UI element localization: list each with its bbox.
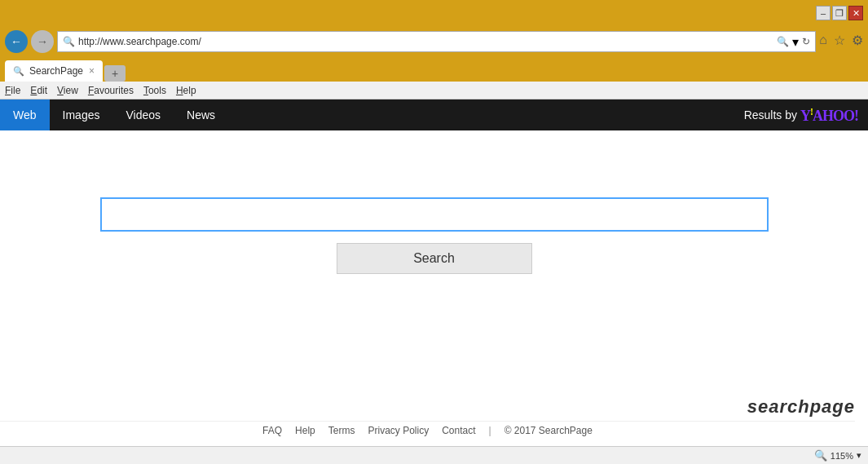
- title-bar: – ❐ ✕: [0, 0, 868, 26]
- footer-faq[interactable]: FAQ: [262, 425, 282, 436]
- tab-favicon: 🔍: [13, 66, 24, 77]
- footer-privacy[interactable]: Privacy Policy: [368, 425, 429, 436]
- address-bar-area: ← → 🔍 http://www.searchpage.com/ 🔍 ▾ ↻ ⌂…: [0, 26, 868, 57]
- menu-help[interactable]: Help: [176, 85, 196, 96]
- tab-bar: 🔍 SearchPage × +: [0, 57, 868, 82]
- address-box[interactable]: 🔍 http://www.searchpage.com/ 🔍 ▾ ↻: [57, 31, 816, 52]
- results-by-label: Results by: [744, 108, 797, 122]
- nav-tab-images[interactable]: Images: [50, 99, 113, 130]
- zoom-dropdown[interactable]: ▾: [857, 450, 861, 461]
- yahoo-logo: Y!AHOO!: [800, 106, 858, 125]
- footer-links: FAQ Help Terms Privacy Policy Contact | …: [0, 421, 855, 440]
- window-frame: – ❐ ✕ ← → 🔍 http://www.searchpage.com/ 🔍…: [0, 0, 868, 464]
- search-box-wrapper: Search: [100, 197, 769, 274]
- address-url: http://www.searchpage.com/: [78, 36, 777, 47]
- forward-button[interactable]: →: [31, 30, 54, 53]
- footer-divider: |: [489, 425, 491, 436]
- nav-tabs: Web Images Videos News Results by Y!AHOO…: [0, 99, 868, 130]
- tab-close-button[interactable]: ×: [89, 65, 95, 77]
- footer-contact[interactable]: Contact: [442, 425, 475, 436]
- browser-tab[interactable]: 🔍 SearchPage ×: [5, 60, 103, 82]
- star-icon[interactable]: ☆: [834, 33, 845, 48]
- back-button[interactable]: ←: [5, 30, 28, 53]
- toolbar-icons: ⌂ ☆ ⚙: [819, 33, 863, 51]
- minimize-button[interactable]: –: [816, 6, 831, 20]
- menu-bar: File Edit View Favourites Tools Help: [0, 82, 868, 99]
- gear-icon[interactable]: ⚙: [852, 33, 863, 48]
- menu-favourites[interactable]: Favourites: [88, 85, 134, 96]
- search-input[interactable]: [100, 197, 769, 232]
- new-tab-button[interactable]: +: [104, 65, 126, 82]
- menu-tools[interactable]: Tools: [143, 85, 166, 96]
- menu-view[interactable]: View: [57, 85, 78, 96]
- tab-label: SearchPage: [29, 65, 83, 77]
- restore-button[interactable]: ❐: [832, 6, 847, 20]
- address-search-btn[interactable]: 🔍: [777, 36, 789, 47]
- footer-copyright: © 2017 SearchPage: [504, 425, 593, 436]
- menu-edit[interactable]: Edit: [30, 85, 47, 96]
- address-actions: 🔍 ▾ ↻: [777, 34, 810, 50]
- brand-logo: searchpage: [747, 396, 855, 418]
- results-by: Results by Y!AHOO!: [744, 106, 868, 125]
- nav-tab-web[interactable]: Web: [0, 99, 50, 130]
- home-icon[interactable]: ⌂: [819, 33, 827, 47]
- window-controls: – ❐ ✕: [816, 6, 863, 20]
- footer-help[interactable]: Help: [295, 425, 315, 436]
- main-content: Search: [0, 130, 868, 390]
- footer-terms[interactable]: Terms: [328, 425, 355, 436]
- footer-area: searchpage FAQ Help Terms Privacy Policy…: [0, 390, 868, 446]
- zoom-icon: 🔍: [814, 449, 827, 462]
- search-button[interactable]: Search: [337, 243, 532, 274]
- nav-tab-news[interactable]: News: [174, 99, 228, 130]
- refresh-button[interactable]: ↻: [802, 36, 810, 47]
- zoom-level: 115%: [831, 451, 853, 461]
- menu-file[interactable]: File: [5, 85, 20, 96]
- address-divider: ▾: [792, 34, 799, 50]
- address-icon: 🔍: [63, 36, 75, 47]
- nav-tab-videos[interactable]: Videos: [112, 99, 174, 130]
- status-bar: 🔍 115% ▾: [0, 446, 868, 464]
- close-button[interactable]: ✕: [848, 6, 863, 20]
